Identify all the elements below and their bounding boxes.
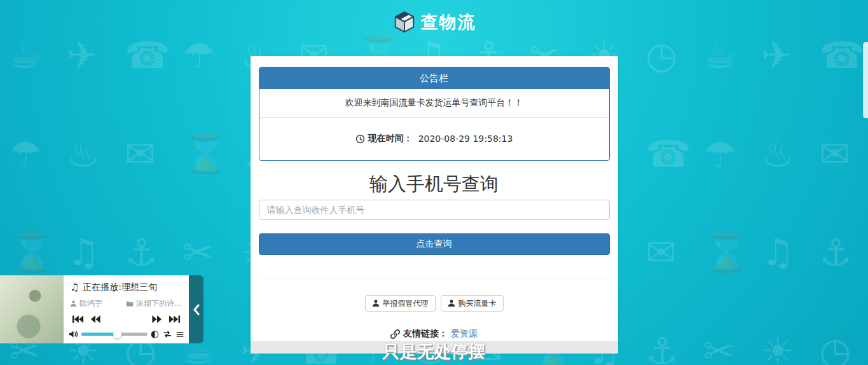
query-submit-button[interactable]: 点击查询 bbox=[259, 233, 610, 255]
pattern-glyph: ♫ bbox=[761, 234, 794, 271]
pattern-glyph: ☎ bbox=[819, 37, 865, 74]
time-value: 2020-08-29 19:58:13 bbox=[418, 134, 513, 144]
pattern-glyph: ◷ bbox=[645, 37, 678, 74]
loop-icon[interactable] bbox=[162, 330, 172, 338]
phone-input[interactable] bbox=[259, 200, 610, 220]
transport-controls bbox=[70, 315, 183, 324]
pattern-glyph: ☕ bbox=[9, 37, 42, 74]
fast-forward-button[interactable] bbox=[152, 315, 162, 324]
friend-links-label: 友情链接： bbox=[403, 328, 448, 340]
now-playing-text: 正在播放:理想三旬 bbox=[83, 282, 157, 293]
pattern-glyph: ⚓ bbox=[645, 333, 679, 365]
pattern-glyph: ♫ bbox=[67, 234, 100, 271]
now-playing-row: ♫ 正在播放:理想三旬 bbox=[70, 281, 183, 293]
pattern-glyph: ☕ bbox=[703, 37, 736, 74]
pattern-glyph: ⌛ bbox=[183, 135, 228, 172]
announcement-panel: 公告栏 欢迎来到南国流量卡发货运单号查询平台！！ 现在时间： 2020-08-2… bbox=[259, 67, 610, 161]
pattern-glyph: ⌛ bbox=[703, 234, 749, 271]
pattern-glyph: ✉ bbox=[125, 135, 156, 172]
pattern-glyph: ✂ bbox=[183, 234, 214, 271]
rewind-button[interactable] bbox=[90, 315, 100, 324]
announcement-welcome: 欢迎来到南国流量卡发货运单号查询平台！！ bbox=[259, 89, 609, 118]
report-fake-agent-label: 举报假冒代理 bbox=[383, 298, 429, 309]
box-logo-icon bbox=[392, 10, 417, 34]
pattern-glyph: ☂ bbox=[703, 135, 736, 172]
artist-icon bbox=[70, 300, 77, 307]
query-title: 输入手机号查询 bbox=[251, 174, 618, 194]
pattern-glyph: ⚓ bbox=[819, 234, 852, 271]
pattern-glyph: ☎ bbox=[125, 37, 170, 74]
pattern-glyph: ✈ bbox=[67, 37, 98, 74]
user-icon bbox=[372, 300, 380, 307]
pattern-glyph: ☂ bbox=[9, 135, 42, 172]
announcement-time-row: 现在时间： 2020-08-29 19:58:13 bbox=[259, 118, 609, 160]
player-progress-track[interactable] bbox=[81, 333, 148, 336]
player-progress-knob[interactable] bbox=[113, 330, 121, 338]
action-buttons-row: 举报假冒代理 购买流量卡 bbox=[251, 295, 618, 312]
volume-icon[interactable] bbox=[69, 330, 78, 338]
music-note-icon: ♫ bbox=[70, 281, 79, 293]
time-label: 现在时间： bbox=[368, 133, 413, 144]
pattern-glyph: ☎ bbox=[645, 135, 691, 172]
friend-link-aiziyuan[interactable]: 爱资源 bbox=[451, 328, 478, 340]
pattern-glyph: ✉ bbox=[645, 234, 677, 271]
pattern-glyph: ♨ bbox=[761, 135, 794, 172]
track-meta-row: 陈鸿宇 浓烟下的诗... bbox=[70, 298, 183, 309]
pattern-glyph: ⚓ bbox=[125, 234, 158, 271]
album-art bbox=[0, 275, 64, 343]
user-icon bbox=[448, 300, 455, 307]
volume-progress-row: ◐ ≡ bbox=[69, 329, 184, 340]
friend-links-row: 友情链接： 爱资源 bbox=[251, 328, 618, 340]
pattern-glyph: ☀ bbox=[761, 333, 794, 365]
pattern-glyph: ⌛ bbox=[9, 234, 55, 271]
site-logo: 查物流 bbox=[0, 10, 868, 34]
lyric-overlay: 只是无处停摆 bbox=[383, 340, 486, 363]
announcement-header: 公告栏 bbox=[259, 67, 609, 89]
right-edge-widget[interactable] bbox=[863, 42, 868, 118]
buy-data-card-button[interactable]: 购买流量卡 bbox=[441, 295, 504, 312]
pattern-glyph: ☂ bbox=[183, 37, 216, 74]
music-player: ♫ 正在播放:理想三旬 陈鸿宇 浓烟下的诗... bbox=[0, 275, 203, 343]
player-collapse-tab[interactable] bbox=[189, 275, 203, 343]
chevron-left-icon bbox=[193, 304, 200, 315]
site-title: 查物流 bbox=[421, 11, 476, 34]
clock-icon bbox=[355, 134, 365, 144]
artist-name: 陈鸿宇 bbox=[79, 298, 102, 309]
playlist-menu-icon[interactable]: ≡ bbox=[176, 329, 184, 340]
album-name: 浓烟下的诗... bbox=[136, 298, 181, 309]
pattern-glyph: ✈ bbox=[761, 37, 792, 74]
pattern-glyph: ✂ bbox=[703, 333, 734, 365]
query-card: 公告栏 欢迎来到南国流量卡发货运单号查询平台！！ 现在时间： 2020-08-2… bbox=[251, 56, 618, 354]
player-info-panel: ♫ 正在播放:理想三旬 陈鸿宇 浓烟下的诗... bbox=[64, 275, 189, 343]
skip-previous-button[interactable] bbox=[72, 315, 84, 324]
link-icon bbox=[390, 329, 400, 339]
pattern-glyph: ✉ bbox=[819, 135, 850, 172]
buy-data-card-label: 购买流量卡 bbox=[458, 298, 497, 309]
player-progress-fill bbox=[81, 333, 118, 336]
skip-next-button[interactable] bbox=[169, 315, 181, 324]
theme-toggle-icon[interactable]: ◐ bbox=[151, 329, 159, 339]
divider bbox=[259, 279, 610, 279]
pattern-glyph: ♨ bbox=[67, 135, 100, 172]
folder-icon bbox=[126, 300, 134, 307]
pattern-glyph: ◷ bbox=[819, 333, 851, 365]
report-fake-agent-button[interactable]: 举报假冒代理 bbox=[365, 295, 436, 312]
